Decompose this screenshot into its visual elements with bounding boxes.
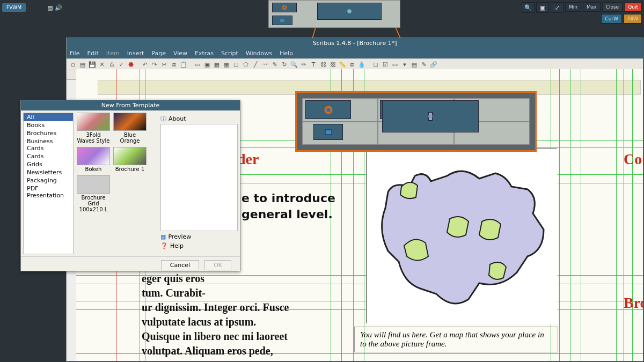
search-icon[interactable]: 🔍 (522, 2, 535, 13)
category-item[interactable]: Newsletters (24, 168, 73, 176)
template-thumb[interactable]: Bokeh (77, 147, 110, 172)
curw-button[interactable]: CurW (601, 14, 622, 24)
story-icon[interactable]: T (309, 60, 318, 69)
pdf-chk-icon[interactable]: ☑ (381, 60, 390, 69)
menu-edit[interactable]: Edit (87, 50, 98, 57)
intro-line: e to introduce (241, 190, 335, 206)
print-icon[interactable]: ⎙ (107, 60, 116, 69)
new-icon[interactable]: ▫ (69, 60, 77, 69)
pdf-text-icon[interactable]: ▭ (391, 60, 399, 69)
menu-page[interactable]: Page (151, 50, 166, 57)
max-button[interactable]: Max (583, 2, 601, 12)
cancel-button[interactable]: Cancel (161, 260, 199, 270)
save-icon[interactable]: 💾 (88, 60, 97, 69)
volume-icon[interactable]: 🔊 (55, 4, 62, 11)
paste-icon[interactable]: 📋 (179, 60, 188, 69)
template-thumb[interactable]: Brochure 1 (113, 147, 147, 172)
dialog-new-from-template: New From Template AllBooksBrochuresBusin… (20, 100, 240, 271)
category-item[interactable]: Books (24, 121, 73, 129)
quit-button[interactable]: Quit (624, 2, 642, 12)
template-thumb[interactable]: Blue Orange (113, 113, 147, 144)
bezier-icon[interactable]: 〰 (261, 60, 269, 69)
render-icon[interactable]: ▦ (213, 60, 221, 69)
rotate-icon[interactable]: ↻ (280, 60, 289, 69)
preview-icon: ▦ (160, 233, 166, 240)
about-label: About (169, 115, 186, 122)
frame-text-icon[interactable]: ▭ (193, 60, 202, 69)
category-item[interactable]: Packaging (24, 176, 73, 184)
pdf-combo-icon[interactable]: ▾ (400, 60, 409, 69)
pdf-annot-icon[interactable]: ✎ (420, 60, 428, 69)
category-item[interactable]: PDF Presentation (24, 184, 73, 200)
unlink-icon[interactable]: ⛓ (328, 60, 337, 69)
open-icon[interactable]: ▤ (78, 60, 87, 69)
preview-label: Preview (168, 233, 191, 240)
pdf-icon[interactable]: ⬣ (127, 60, 135, 69)
pdf-link-icon[interactable]: 🔗 (429, 60, 438, 69)
pager-files[interactable] (272, 16, 292, 25)
menu-file[interactable]: File (70, 50, 79, 57)
check-icon[interactable]: ✓ (117, 60, 126, 69)
window-title: Scribus 1.4.8 - [Brochure 1*] (67, 38, 643, 48)
eyedropper-icon[interactable]: 💧 (357, 60, 366, 69)
header-text-right2[interactable]: Bro (624, 294, 643, 312)
menu-insert[interactable]: Insert (127, 50, 144, 57)
pager-icon[interactable]: ▤ (47, 4, 53, 11)
intro-text[interactable]: e to introduce general level. (241, 190, 335, 222)
copyprops-icon[interactable]: ⧉ (348, 60, 356, 69)
min-button[interactable]: Min (565, 2, 581, 12)
shape-icon[interactable]: ◻ (232, 60, 240, 69)
allw-button[interactable]: AllW (624, 14, 642, 24)
category-list[interactable]: AllBooksBrochuresBusiness CardsCardsGrid… (23, 113, 74, 254)
pdf-list-icon[interactable]: ▤ (410, 60, 419, 69)
pager-scribus[interactable] (317, 3, 382, 20)
menu-item[interactable]: Item (106, 50, 120, 57)
map-image-frame[interactable] (366, 149, 557, 323)
pdf-btn-icon[interactable]: ◻ (371, 60, 380, 69)
menu-script[interactable]: Script (221, 50, 238, 57)
close-button[interactable]: Close (602, 2, 623, 12)
template-label: Brochure Grid 100x210 L (77, 195, 110, 212)
header-text-right[interactable]: Co (624, 151, 642, 168)
fvwm-logo[interactable]: FVWM (2, 3, 26, 12)
category-item[interactable]: All (24, 113, 73, 121)
menu-help[interactable]: Help (280, 50, 293, 57)
expand-icon[interactable]: ⤢ (551, 2, 564, 13)
svg-point-6 (326, 108, 331, 112)
category-item[interactable]: Business Cards (24, 137, 73, 152)
header-text[interactable]: der (237, 151, 259, 168)
line-icon[interactable]: ╱ (251, 60, 260, 69)
frame-image-icon[interactable]: ▣ (203, 60, 211, 69)
polygon-icon[interactable]: ⬠ (241, 60, 250, 69)
info-icon: ⓘ (160, 115, 166, 123)
category-item[interactable]: Brochures (24, 129, 73, 137)
undo-icon[interactable]: ↶ (141, 60, 149, 69)
template-thumb[interactable]: Brochure Grid 100x210 L (77, 175, 110, 212)
toolbar: ▫ ▤ 💾 ✕ ⎙ ✓ ⬣ ↶ ↷ ✂ ⧉ 📋 ▭ ▣ ▦ ▦ ◻ ⬠ ╱ 〰 … (67, 58, 643, 70)
window-icon[interactable]: ▣ (536, 2, 549, 13)
menu-extras[interactable]: Extras (195, 50, 214, 57)
freehand-icon[interactable]: ✎ (270, 60, 279, 69)
menu-view[interactable]: View (173, 50, 187, 57)
template-label: Bokeh (77, 166, 110, 172)
redo-icon[interactable]: ↷ (150, 60, 159, 69)
pager-firefox[interactable] (272, 3, 297, 12)
close-icon[interactable]: ✕ (98, 60, 106, 69)
menu-windows[interactable]: Windows (246, 50, 272, 57)
copy-icon[interactable]: ⧉ (170, 60, 178, 69)
ok-button[interactable]: OK (204, 260, 231, 270)
cut-icon[interactable]: ✂ (160, 60, 169, 69)
zoom-icon[interactable]: 🔍 (290, 60, 298, 69)
pager-files-zoom[interactable] (313, 124, 343, 140)
pager-small[interactable] (268, 0, 400, 28)
table-icon[interactable]: ▦ (222, 60, 231, 69)
pager-scribus-zoom[interactable] (382, 100, 479, 132)
category-item[interactable]: Grids (24, 160, 73, 168)
measure-icon[interactable]: 📏 (338, 60, 347, 69)
map-caption[interactable]: You will find us here. Get a map that sh… (354, 327, 558, 352)
template-thumb[interactable]: 3Fold Waves Style (77, 113, 110, 144)
pager-firefox-zoom[interactable] (305, 100, 351, 119)
link-icon[interactable]: ⛓ (319, 60, 327, 69)
edit-icon[interactable]: ✏ (299, 60, 308, 69)
category-item[interactable]: Cards (24, 152, 73, 160)
